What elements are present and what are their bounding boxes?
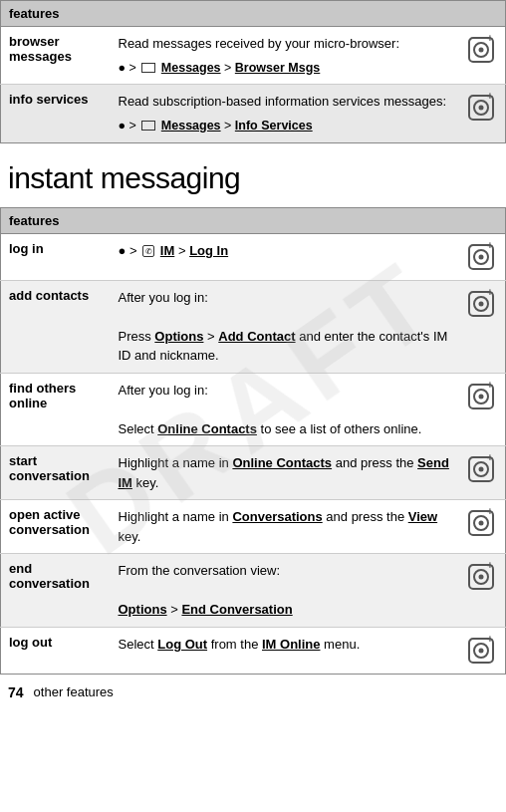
feature-name-add-contacts: add contacts [1, 280, 111, 373]
top-table-header: features [1, 1, 506, 27]
feature-desc-browser: Read messages received by your micro-bro… [111, 27, 458, 85]
feature-desc-start-conv: Highlight a name in Online Contacts and … [111, 446, 458, 500]
svg-point-34 [479, 648, 484, 653]
icon-cell-browser: + [457, 27, 506, 85]
feature-name-find-others: find others online [1, 373, 111, 446]
svg-point-26 [479, 521, 484, 526]
feature-name-end-conv: end conversation [1, 554, 111, 628]
nav-text-messages-info: Messages [161, 119, 221, 133]
feature-desc-logout: Select Log Out from the IM Online menu. [111, 627, 458, 674]
text-im-online: IM Online [262, 637, 321, 652]
nav-phone-icon: ✆ [142, 245, 154, 257]
svg-point-22 [479, 467, 484, 472]
svg-point-14 [479, 301, 484, 306]
nav-text-messages: Messages [161, 61, 221, 75]
svg-text:+: + [487, 34, 493, 44]
feature-name-open-conv: open active conversation [1, 500, 111, 554]
speaker-icon-info-svg: + [465, 92, 497, 124]
moto-icon-info: + [465, 92, 497, 124]
moto-icon-logout: + [465, 635, 497, 667]
feature-name-login: log in [1, 233, 111, 280]
moto-icon-open-conv: + [465, 507, 497, 539]
icon-cell-login: + [457, 233, 506, 280]
text-online-contacts-2: Online Contacts [232, 455, 332, 470]
nav-text-login: Log In [189, 243, 228, 258]
text-view: View [408, 509, 437, 524]
svg-point-30 [479, 575, 484, 580]
icon-cell-find-others: + [457, 373, 506, 446]
text-add-contact: Add Contact [218, 329, 295, 344]
feature-desc-find-others: After you log in: Select Online Contacts… [111, 373, 458, 446]
nav-text-info: Info Services [235, 119, 313, 133]
page-wrapper: DRAFT { "top_table": { "header": "featur… [0, 0, 506, 710]
svg-point-10 [479, 254, 484, 259]
top-table-header-row: features [1, 1, 506, 27]
feature-desc-login: ● > ✆ IM > Log In [111, 233, 458, 280]
icon-svg-end-conv: + [465, 561, 497, 593]
svg-point-6 [479, 106, 484, 111]
feature-name-logout: log out [1, 627, 111, 674]
feature-desc-info: Read subscription-based information serv… [111, 85, 458, 142]
svg-text:+: + [487, 561, 493, 571]
nav-text-im: IM [160, 243, 174, 258]
nav-bullet-login: ● [119, 243, 126, 258]
nav-bullet: ● [119, 61, 126, 75]
page-number: 74 [8, 684, 24, 700]
feature-name-info: info services [1, 85, 111, 142]
icon-cell-logout: + [457, 627, 506, 674]
table-row: add contacts After you log in: Press Opt… [1, 280, 506, 373]
page-label: other features [34, 684, 114, 699]
text-options-end: Options [119, 602, 167, 617]
text-online-contacts: Online Contacts [157, 421, 257, 436]
page-footer: 74 other features [0, 675, 506, 710]
top-features-table: features browser messages Read messages … [0, 0, 506, 143]
nav-bullet-info: ● [119, 119, 126, 133]
nav-arrow: > [129, 61, 140, 75]
icon-cell-open-conv: + [457, 500, 506, 554]
table-row: log out Select Log Out from the IM Onlin… [1, 627, 506, 674]
moto-icon-find-others: + [465, 381, 497, 412]
text-options: Options [154, 329, 203, 344]
table-row: open active conversation Highlight a nam… [1, 500, 506, 554]
nav-path-login: ● > ✆ IM > Log In [119, 241, 450, 261]
svg-point-18 [479, 394, 484, 399]
icon-cell-info: + [457, 85, 506, 142]
moto-icon-add-contacts: + [465, 288, 497, 320]
icon-svg-add-contacts: + [465, 288, 497, 320]
nav-envelope-icon-info [141, 121, 155, 131]
svg-text:+: + [487, 507, 493, 517]
nav-text-browser: Browser Msgs [235, 61, 320, 75]
table-row: info services Read subscription-based in… [1, 85, 506, 142]
text-log-out: Log Out [157, 637, 207, 652]
feature-name-start-conv: start conversation [1, 446, 111, 500]
moto-icon-login: + [465, 241, 497, 273]
icon-cell-end-conv: + [457, 554, 506, 628]
icon-svg-logout: + [465, 635, 497, 667]
feature-desc-end-conv: From the conversation view: Options > En… [111, 554, 458, 628]
icon-cell-start-conv: + [457, 446, 506, 500]
nav-separator-info: > [224, 119, 235, 133]
nav-path-browser: ● > Messages > Browser Msgs [119, 59, 450, 78]
feature-desc-open-conv: Highlight a name in Conversations and pr… [111, 500, 458, 554]
text-conversations: Conversations [232, 509, 322, 524]
moto-icon-start-conv: + [465, 453, 497, 485]
svg-text:+: + [487, 453, 493, 463]
nav-sep-login: > [178, 243, 189, 258]
svg-text:+: + [487, 381, 493, 391]
icon-svg-start-conv: + [465, 453, 497, 485]
table-row: browser messages Read messages received … [1, 27, 506, 85]
im-table-header-row: features [1, 207, 506, 233]
moto-icon-end-conv: + [465, 561, 497, 593]
icon-cell-add-contacts: + [457, 280, 506, 373]
nav-envelope-icon [141, 63, 155, 73]
icon-svg-login: + [465, 241, 497, 273]
nav-path-info: ● > Messages > Info Services [119, 117, 450, 135]
table-row: end conversation From the conversation v… [1, 554, 506, 628]
svg-text:+: + [487, 92, 493, 102]
speaker-icon-svg: + [465, 34, 497, 66]
section-heading: instant messaging [0, 143, 506, 207]
table-row: find others online After you log in: Sel… [1, 373, 506, 446]
svg-text:+: + [487, 241, 493, 251]
svg-text:+: + [487, 635, 493, 645]
im-table-header: features [1, 207, 506, 233]
